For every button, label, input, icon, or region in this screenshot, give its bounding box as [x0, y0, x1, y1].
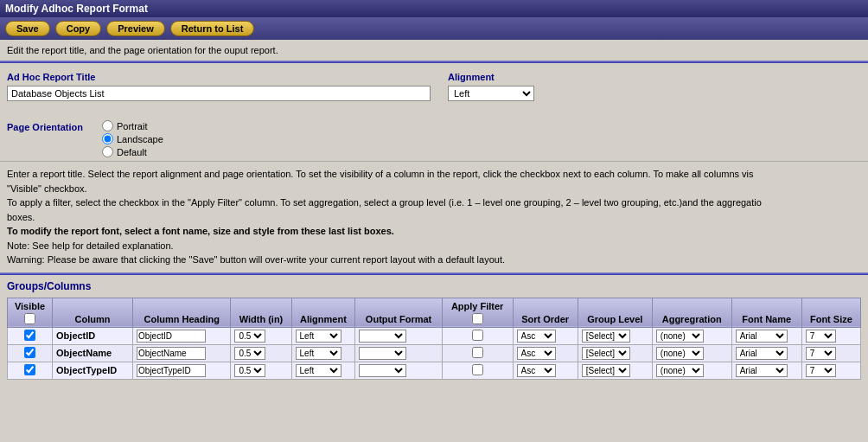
alignment-select[interactable]: LeftCenterRight: [296, 347, 341, 360]
aggregation-select[interactable]: (none)SumAvg: [656, 347, 704, 360]
copy-button[interactable]: Copy: [55, 21, 102, 36]
cell-width: 0.51.01.52.0: [231, 327, 291, 344]
cell-column-heading: [133, 327, 231, 344]
output-format-select[interactable]: [359, 347, 406, 360]
apply-filter-all-checkbox[interactable]: [472, 313, 483, 324]
cell-column: ObjectTypeID: [53, 362, 133, 379]
apply-filter-checkbox[interactable]: [472, 347, 483, 358]
sort-order-select[interactable]: AscDesc: [517, 330, 556, 343]
title-label: Ad Hoc Report Title: [7, 72, 431, 82]
cell-aggregation: (none)SumAvg: [652, 327, 731, 344]
th-width: Width (in): [231, 298, 291, 327]
cell-group-level: [Select]123: [578, 327, 652, 344]
info-line2: "Visible" checkbox.: [7, 182, 861, 196]
font-size-select[interactable]: 678910: [806, 347, 836, 360]
font-name-select[interactable]: ArialTimes New Roman: [736, 347, 788, 360]
table-row: ObjectTypeID 0.51.01.52.0 LeftCenterRigh…: [8, 362, 861, 379]
page-orientation-section: Page Orientation Portrait Landscape Defa…: [0, 117, 868, 161]
cell-font-size: 678910: [801, 344, 860, 362]
title-bar: Modify Adhoc Report Format: [0, 0, 868, 17]
sort-order-select[interactable]: AscDesc: [517, 347, 556, 360]
output-format-select[interactable]: [359, 330, 406, 343]
info-line3: To apply a filter, select the checkbox i…: [7, 195, 861, 210]
form-section: Ad Hoc Report Title Alignment Left Cente…: [0, 63, 868, 117]
cell-sort-order: AscDesc: [513, 344, 578, 362]
th-apply-filter: Apply Filter: [442, 298, 513, 327]
row-visible-checkbox[interactable]: [24, 347, 35, 358]
th-sort-order: Sort Order: [513, 298, 578, 327]
cell-visible: [8, 362, 53, 379]
cell-visible: [8, 344, 53, 362]
alignment-select[interactable]: LeftCenterRight: [296, 364, 341, 377]
apply-filter-checkbox[interactable]: [472, 364, 483, 375]
apply-filter-checkbox[interactable]: [472, 330, 483, 341]
cell-column-heading: [133, 344, 231, 362]
groups-columns-section: Groups/Columns Visible Column Column Hea…: [0, 275, 868, 383]
cell-output-format: [355, 344, 442, 362]
column-heading-input[interactable]: [137, 364, 206, 377]
th-column: Column: [53, 298, 133, 327]
cell-apply-filter: [442, 344, 513, 362]
output-format-select[interactable]: [359, 364, 406, 377]
group-level-select[interactable]: [Select]123: [582, 330, 630, 343]
cell-font-name: ArialTimes New Roman: [731, 327, 801, 344]
column-heading-input[interactable]: [137, 330, 206, 343]
width-select[interactable]: 0.51.01.52.0: [234, 364, 265, 377]
group-level-select[interactable]: [Select]123: [582, 347, 630, 360]
width-select[interactable]: 0.51.01.52.0: [234, 347, 265, 360]
th-visible: Visible: [8, 298, 53, 327]
font-size-select[interactable]: 678910: [806, 330, 836, 343]
cell-font-size: 678910: [801, 362, 860, 379]
groups-columns-title: Groups/Columns: [7, 280, 861, 292]
info-line7: Warning: Please be aware that clicking t…: [7, 253, 861, 267]
groups-columns-table: Visible Column Column Heading Width (in)…: [7, 298, 861, 380]
info-line6: Note: See help for detailed explanation.: [7, 239, 861, 253]
save-button[interactable]: Save: [5, 21, 50, 36]
cell-output-format: [355, 327, 442, 344]
title-field-group: Ad Hoc Report Title: [7, 72, 431, 101]
cell-aggregation: (none)SumAvg: [652, 344, 731, 362]
cell-output-format: [355, 362, 442, 379]
row-visible-checkbox[interactable]: [24, 364, 35, 375]
th-alignment: Alignment: [291, 298, 355, 327]
alignment-field-group: Alignment Left Center Right: [448, 72, 534, 101]
cell-font-name: ArialTimes New Roman: [731, 344, 801, 362]
title-bar-label: Modify Adhoc Report Format: [5, 3, 148, 15]
alignment-select[interactable]: Left Center Right: [448, 86, 534, 101]
alignment-label: Alignment: [448, 72, 534, 82]
radio-landscape[interactable]: Landscape: [102, 133, 163, 144]
cell-visible: [8, 327, 53, 344]
font-size-select[interactable]: 678910: [806, 364, 836, 377]
radio-default[interactable]: Default: [102, 146, 163, 157]
font-name-select[interactable]: ArialTimes New Roman: [736, 364, 788, 377]
cell-apply-filter: [442, 362, 513, 379]
alignment-select[interactable]: LeftCenterRight: [296, 330, 341, 343]
aggregation-select[interactable]: (none)SumAvg: [656, 364, 704, 377]
row-visible-checkbox[interactable]: [24, 330, 35, 341]
visible-all-checkbox[interactable]: [24, 313, 35, 324]
radio-portrait[interactable]: Portrait: [102, 120, 163, 131]
column-heading-input[interactable]: [137, 347, 206, 360]
cell-alignment: LeftCenterRight: [291, 344, 355, 362]
title-input[interactable]: [7, 86, 431, 101]
th-font-name: Font Name: [731, 298, 801, 327]
th-column-heading: Column Heading: [133, 298, 231, 327]
cell-column: ObjectID: [53, 327, 133, 344]
sort-order-select[interactable]: AscDesc: [517, 364, 556, 377]
cell-column-heading: [133, 362, 231, 379]
font-name-select[interactable]: ArialTimes New Roman: [736, 330, 788, 343]
aggregation-select[interactable]: (none)SumAvg: [656, 330, 704, 343]
width-select[interactable]: 0.51.01.52.0: [234, 330, 265, 343]
table-row: ObjectName 0.51.01.52.0 LeftCenterRight …: [8, 344, 861, 362]
subtitle-text: Edit the report title, and the page orie…: [0, 40, 868, 61]
toolbar: Save Copy Preview Return to List: [0, 17, 868, 40]
cell-width: 0.51.01.52.0: [231, 344, 291, 362]
th-aggregation: Aggregration: [652, 298, 731, 327]
return-to-list-button[interactable]: Return to List: [170, 21, 255, 36]
cell-apply-filter: [442, 327, 513, 344]
preview-button[interactable]: Preview: [106, 21, 165, 36]
info-line1: Enter a report title. Select the report …: [7, 167, 861, 182]
cell-group-level: [Select]123: [578, 362, 652, 379]
group-level-select[interactable]: [Select]123: [582, 364, 630, 377]
table-row: ObjectID 0.51.01.52.0 LeftCenterRight As…: [8, 327, 861, 344]
